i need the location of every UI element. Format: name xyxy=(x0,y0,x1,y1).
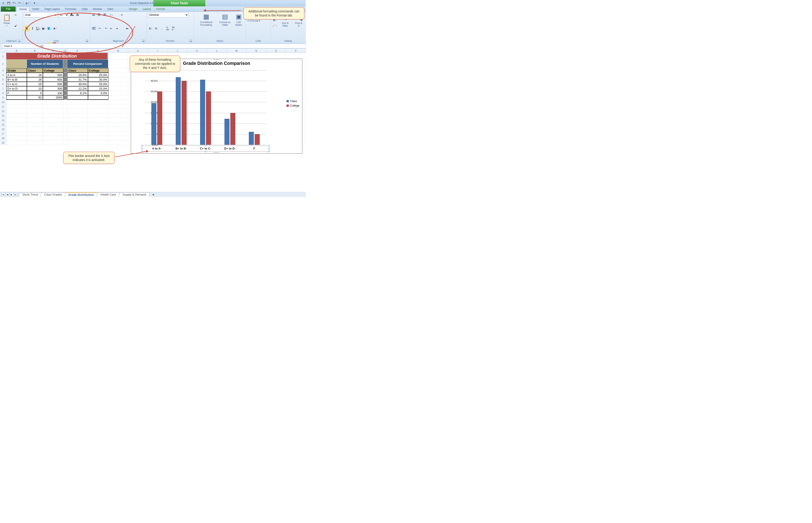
cell[interactable]: 500 xyxy=(43,82,63,86)
cell[interactable] xyxy=(63,91,67,95)
cell[interactable] xyxy=(88,122,108,127)
cell[interactable] xyxy=(27,118,43,122)
bar-class[interactable] xyxy=(200,80,205,145)
cell[interactable]: 2000 xyxy=(43,95,63,100)
cell[interactable] xyxy=(67,100,88,104)
align-left-button[interactable] xyxy=(92,26,97,31)
sheet-tab[interactable]: Stock Trend xyxy=(18,193,42,197)
number-format-select[interactable]: General xyxy=(148,13,189,17)
cell[interactable] xyxy=(63,73,67,77)
formula-input[interactable] xyxy=(44,44,306,48)
tab-layout[interactable]: Layout xyxy=(140,6,154,12)
cell[interactable]: Grade Distribution xyxy=(6,53,108,60)
cell[interactable] xyxy=(88,136,108,141)
fx-icon[interactable]: fx xyxy=(41,45,43,48)
cell[interactable]: C+ to C- xyxy=(6,82,27,86)
row-header[interactable]: 4 xyxy=(0,73,6,77)
cell[interactable] xyxy=(88,118,108,122)
row-header[interactable]: 17 xyxy=(0,131,6,136)
row-header[interactable]: 8 xyxy=(0,91,6,95)
row-header[interactable]: 6 xyxy=(0,82,6,86)
cell[interactable] xyxy=(88,104,108,109)
legend-item[interactable]: Class xyxy=(286,100,299,103)
cell[interactable] xyxy=(67,141,88,145)
column-header[interactable]: P xyxy=(286,49,305,53)
cell[interactable] xyxy=(88,100,108,104)
cell[interactable] xyxy=(27,127,43,131)
row-header[interactable]: 19 xyxy=(0,141,6,145)
cell[interactable] xyxy=(6,113,27,118)
cell[interactable]: 82 xyxy=(27,95,43,100)
qat-customize-button[interactable]: ▾ xyxy=(32,1,37,6)
cell[interactable] xyxy=(109,73,128,77)
cell[interactable]: College xyxy=(43,68,63,73)
currency-button[interactable]: $ xyxy=(148,26,153,31)
cell[interactable] xyxy=(63,122,67,127)
cell[interactable] xyxy=(6,104,27,109)
column-header[interactable]: H xyxy=(128,49,148,53)
cell[interactable] xyxy=(63,60,67,68)
cell[interactable]: Class xyxy=(27,68,43,73)
bar-class[interactable] xyxy=(176,77,181,145)
cell[interactable]: 15.0% xyxy=(88,86,109,91)
copy-button[interactable]: 📄 xyxy=(13,18,18,23)
tab-view[interactable]: View xyxy=(105,6,116,12)
font-name-select[interactable]: Arial xyxy=(24,13,58,17)
bar-class[interactable] xyxy=(225,119,229,145)
cell[interactable] xyxy=(27,100,43,104)
cell[interactable] xyxy=(63,109,67,113)
cell[interactable] xyxy=(109,95,128,100)
cell[interactable] xyxy=(88,95,109,100)
tab-data[interactable]: Data xyxy=(79,6,90,12)
column-header[interactable]: I xyxy=(148,49,167,53)
cut-button[interactable]: ✂ xyxy=(13,13,18,17)
cell[interactable] xyxy=(63,100,67,104)
quick-print-button[interactable]: 🖨 xyxy=(24,1,30,6)
cell[interactable] xyxy=(108,118,128,122)
cell[interactable] xyxy=(6,131,27,136)
bar-college[interactable] xyxy=(182,81,187,145)
font-size-select[interactable]: 11 xyxy=(58,13,69,17)
cell[interactable] xyxy=(63,68,67,73)
cell[interactable] xyxy=(67,95,88,100)
cell[interactable] xyxy=(43,113,63,118)
tab-formulas[interactable]: Formulas xyxy=(62,6,79,12)
cell-styles-button[interactable]: ▣Cell Styles xyxy=(233,13,244,26)
cell[interactable] xyxy=(43,136,63,141)
cell[interactable] xyxy=(63,136,67,141)
cell[interactable] xyxy=(63,82,67,86)
select-all-corner[interactable] xyxy=(0,49,6,53)
column-header[interactable]: C xyxy=(43,49,63,53)
row-header[interactable]: 14 xyxy=(0,118,6,122)
cell[interactable] xyxy=(43,100,63,104)
tab-review[interactable]: Review xyxy=(90,6,105,12)
sheet-tab[interactable]: Supply & Demand xyxy=(118,193,150,197)
tab-insert[interactable]: Insert xyxy=(30,6,42,12)
cell[interactable]: 500 xyxy=(43,73,63,77)
align-right-button[interactable] xyxy=(103,26,108,31)
row-header[interactable]: 18 xyxy=(0,136,6,141)
middle-align-button[interactable] xyxy=(97,13,102,17)
cell[interactable]: Grade xyxy=(6,68,27,73)
row-header[interactable]: 3 xyxy=(0,68,6,73)
cell[interactable] xyxy=(67,104,88,109)
clear-button[interactable]: 🧹 xyxy=(272,23,277,28)
bottom-align-button[interactable] xyxy=(103,13,108,17)
cell[interactable] xyxy=(63,127,67,131)
bar-class[interactable] xyxy=(151,103,156,145)
cell[interactable] xyxy=(108,104,128,109)
cell[interactable] xyxy=(63,104,67,109)
cell[interactable] xyxy=(63,131,67,136)
cell[interactable] xyxy=(88,109,108,113)
sheet-tab[interactable]: Health Care xyxy=(97,193,120,197)
cell[interactable] xyxy=(43,131,63,136)
format-cells-button[interactable]: ▭Format ▾ xyxy=(247,19,269,22)
number-launcher-icon[interactable]: ◢ xyxy=(189,39,192,42)
sheet-tab[interactable]: Class Grades xyxy=(40,193,66,197)
paste-button[interactable]: 📋 Paste ▾ xyxy=(1,13,12,28)
row-header[interactable]: 12 xyxy=(0,109,6,113)
wrap-text-button[interactable]: ↩ xyxy=(119,13,124,17)
cell[interactable] xyxy=(88,131,108,136)
tab-format[interactable]: Format xyxy=(154,6,168,12)
orientation-button[interactable]: ⤢ xyxy=(109,13,113,17)
